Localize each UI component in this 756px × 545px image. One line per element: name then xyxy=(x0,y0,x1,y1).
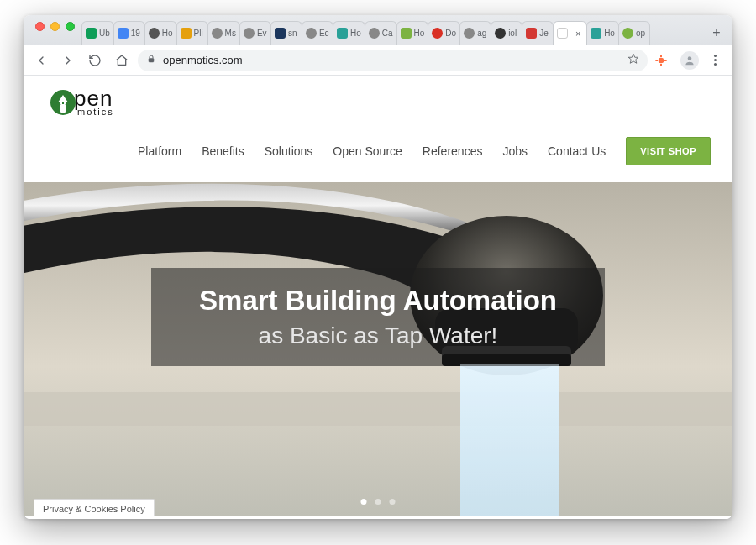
svg-point-2 xyxy=(659,57,664,63)
nav-link[interactable]: Benefits xyxy=(202,144,244,158)
browser-toolbar: openmotics.com xyxy=(24,45,732,76)
tab-favicon-icon xyxy=(622,28,633,39)
tab-label: Ho xyxy=(604,29,615,38)
browser-tab[interactable]: Pli xyxy=(176,21,208,45)
nav-link[interactable]: Platform xyxy=(138,144,181,158)
tab-favicon-icon xyxy=(591,28,601,39)
tab-favicon-icon xyxy=(401,28,412,39)
visit-shop-button[interactable]: VISIT SHOP xyxy=(626,137,711,165)
tab-label: iol xyxy=(508,29,518,38)
tab-label: Do xyxy=(445,29,456,38)
browser-tab[interactable]: Ca xyxy=(365,21,397,45)
reload-button[interactable] xyxy=(84,50,106,71)
svg-rect-5 xyxy=(24,392,732,426)
tab-label: Je xyxy=(539,29,549,38)
tab-label: 19 xyxy=(131,29,141,38)
tab-label: Ub xyxy=(99,29,110,38)
tab-label: op xyxy=(636,29,646,38)
tab-favicon-icon xyxy=(244,28,255,39)
svg-rect-0 xyxy=(149,59,154,63)
browser-tab[interactable]: Do xyxy=(428,21,460,45)
tab-favicon-icon xyxy=(86,28,97,39)
extension-icon[interactable] xyxy=(653,52,669,69)
home-icon xyxy=(115,54,129,67)
tab-label: Ca xyxy=(382,29,393,38)
browser-tab[interactable]: × xyxy=(553,21,587,45)
bookmark-button[interactable] xyxy=(627,53,639,67)
page-content: pen motics PlatformBenefitsSolutionsOpen… xyxy=(24,76,732,519)
nav-link[interactable]: Jobs xyxy=(502,144,528,158)
back-button[interactable] xyxy=(30,50,52,71)
tab-close-button[interactable]: × xyxy=(573,29,583,39)
carousel-dots xyxy=(361,499,396,505)
person-icon xyxy=(684,55,696,66)
nav-link[interactable]: Solutions xyxy=(265,144,313,158)
cookies-banner[interactable]: Privacy & Cookies Policy xyxy=(34,499,155,516)
home-button[interactable] xyxy=(111,50,133,71)
tab-favicon-icon xyxy=(149,28,160,39)
tab-label: sn xyxy=(288,29,298,38)
browser-menu-button[interactable] xyxy=(704,50,726,71)
browser-tab[interactable]: Ev xyxy=(239,21,271,45)
tab-label: Ec xyxy=(319,29,329,38)
hero-text-panel: Smart Building Automation as Basic as Ta… xyxy=(151,268,605,366)
tab-label: Ho xyxy=(162,29,173,38)
browser-tab[interactable]: Ho xyxy=(586,21,619,45)
arrow-right-icon xyxy=(61,54,75,67)
nav-link[interactable]: References xyxy=(423,144,483,158)
window-minimize-button[interactable] xyxy=(50,22,60,31)
browser-tab[interactable]: ag xyxy=(459,21,491,45)
tab-label: Ho xyxy=(414,29,425,38)
address-bar[interactable]: openmotics.com xyxy=(138,50,648,71)
hero-title: Smart Building Automation xyxy=(175,283,581,317)
hero-subtitle: as Basic as Tap Water! xyxy=(175,322,581,349)
hero-carousel: Smart Building Automation as Basic as Ta… xyxy=(24,182,732,516)
tab-favicon-icon xyxy=(557,28,568,39)
profile-button[interactable] xyxy=(680,51,699,70)
carousel-dot[interactable] xyxy=(361,499,367,505)
browser-tab[interactable]: Je xyxy=(522,21,554,45)
forward-button[interactable] xyxy=(57,50,79,71)
browser-tab[interactable]: op xyxy=(618,21,650,45)
browser-tab[interactable]: Ho xyxy=(396,21,429,45)
tab-label: Ms xyxy=(225,29,236,38)
nav-link[interactable]: Contact Us xyxy=(548,144,606,158)
tab-favicon-icon xyxy=(464,28,475,39)
window-controls xyxy=(29,22,80,38)
logo-mark-icon xyxy=(50,90,76,115)
window-close-button[interactable] xyxy=(35,22,45,31)
reload-icon xyxy=(88,54,102,67)
browser-tab[interactable]: iol xyxy=(491,21,522,45)
tab-favicon-icon xyxy=(275,28,286,39)
window-zoom-button[interactable] xyxy=(66,22,75,31)
url-text: openmotics.com xyxy=(163,54,621,66)
logo-subword: motics xyxy=(77,107,114,117)
browser-tab[interactable]: Ec xyxy=(302,21,333,45)
arrow-left-icon xyxy=(34,54,48,67)
tab-favicon-icon xyxy=(118,28,129,39)
browser-tab[interactable]: Ho xyxy=(333,21,365,45)
svg-marker-1 xyxy=(628,54,638,63)
tab-favicon-icon xyxy=(432,28,443,39)
browser-tab[interactable]: 19 xyxy=(113,21,145,45)
tab-favicon-icon xyxy=(337,28,348,39)
lock-icon xyxy=(146,54,156,66)
site-header: pen motics xyxy=(24,76,732,122)
tab-favicon-icon xyxy=(306,28,317,39)
svg-point-3 xyxy=(688,56,692,60)
carousel-dot[interactable] xyxy=(375,499,381,505)
browser-tab[interactable]: Ms xyxy=(207,21,240,45)
site-logo[interactable]: pen motics xyxy=(50,87,706,117)
kebab-icon xyxy=(706,55,724,66)
browser-window: Ub19HoPliMsEvsnEcHoCaHoDoagiolJe×Hoop + … xyxy=(24,15,732,519)
browser-tabstrip: Ub19HoPliMsEvsnEcHoCaHoDoagiolJe×Hoop + xyxy=(24,15,732,45)
browser-tabs: Ub19HoPliMsEvsnEcHoCaHoDoagiolJe×Hoop xyxy=(81,21,701,45)
browser-tab[interactable]: sn xyxy=(270,21,302,45)
divider xyxy=(675,53,675,68)
carousel-dot[interactable] xyxy=(390,499,396,505)
nav-link[interactable]: Open Source xyxy=(333,144,402,158)
tab-label: Ev xyxy=(257,29,267,38)
browser-tab[interactable]: Ho xyxy=(144,21,177,45)
browser-tab[interactable]: Ub xyxy=(81,21,114,45)
new-tab-button[interactable]: + xyxy=(706,22,727,44)
